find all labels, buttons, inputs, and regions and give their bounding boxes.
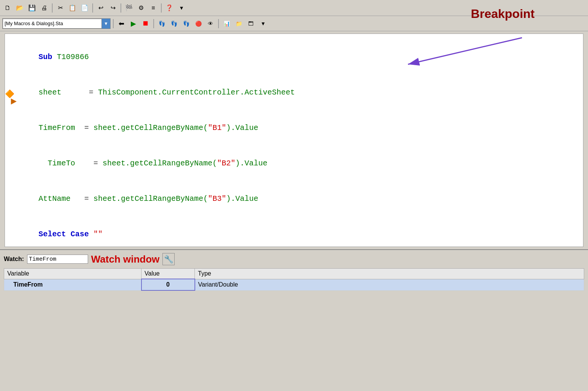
indent-btn[interactable]: ≡ xyxy=(148,3,159,13)
step-out-btn[interactable]: 👣 xyxy=(181,18,191,29)
sep6 xyxy=(153,19,154,28)
cell-variable: TimeFrom xyxy=(4,279,141,290)
sep1 xyxy=(52,3,53,13)
col-value: Value xyxy=(141,269,195,279)
watch-header: Watch: Watch window 🔧 xyxy=(4,253,584,265)
cut-btn[interactable]: ✂ xyxy=(55,3,66,13)
sep5 xyxy=(113,19,114,28)
macro-select-arrow[interactable]: ▼ xyxy=(102,19,110,29)
watch-area: Watch: Watch window 🔧 Variable Value Typ… xyxy=(0,249,588,294)
sep3 xyxy=(120,3,121,13)
modules-btn[interactable]: 📁 xyxy=(233,18,244,29)
col-type: Type xyxy=(195,269,584,279)
locals-btn[interactable]: 📊 xyxy=(221,18,232,29)
run-btn[interactable]: ▶ xyxy=(128,18,139,29)
code-line-2: sheet = ThisComponent.CurrentController.… xyxy=(11,75,577,110)
cell-value: 0 xyxy=(141,279,195,290)
execution-arrow-icon: 🔶 xyxy=(5,88,14,100)
sep7 xyxy=(218,19,219,28)
step-over-btn[interactable]: 👣 xyxy=(169,18,179,29)
macro-btn[interactable]: 🏁 xyxy=(124,3,134,13)
redo-btn[interactable]: ↪ xyxy=(108,3,118,13)
watch-close-btn[interactable]: 🔧 xyxy=(162,253,175,265)
toolbar-top: 🗋 📂 💾 🖨 ✂ 📋 📄 ↩ ↪ 🏁 ⚙ ≡ ❓ ▾ Breakpoint xyxy=(0,0,588,16)
undo-btn[interactable]: ↩ xyxy=(95,3,106,13)
watch-input[interactable] xyxy=(27,255,88,264)
new-doc-btn[interactable]: 🗋 xyxy=(2,3,13,13)
stop-btn[interactable]: ⏹ xyxy=(140,18,151,29)
breakpoint-toggle-btn[interactable]: 🔴 xyxy=(193,18,204,29)
code-line-6: Select Case "" xyxy=(11,216,577,247)
cell-type: Variant/Double xyxy=(195,279,584,290)
more-btn2[interactable]: ▾ xyxy=(258,18,268,29)
watch-window-annotation: Watch window xyxy=(91,253,160,265)
sep2 xyxy=(92,3,93,13)
watch-label: Watch: xyxy=(4,256,24,263)
help-btn[interactable]: ❓ xyxy=(164,3,175,13)
save-btn[interactable]: 💾 xyxy=(27,3,37,13)
code-editor[interactable]: 🔶 Sub T109866 sheet = ThisComponent.Curr… xyxy=(5,34,583,247)
breakpoint-annotation-label: Breakpoint xyxy=(471,7,535,21)
watch-var-btn[interactable]: 👁 xyxy=(205,18,216,29)
code-line-1: Sub T109866 xyxy=(11,39,577,75)
dialogs-btn[interactable]: 🗔 xyxy=(246,18,256,29)
code-line-5: AttName = sheet.getCellRangeByName("B3")… xyxy=(11,181,577,216)
more-btn[interactable]: ▾ xyxy=(176,3,187,13)
macro-select-text: [My Macros & Dialogs].Sta xyxy=(5,21,63,26)
print-btn[interactable]: 🖨 xyxy=(39,3,50,13)
code-line-4: TimeTo = sheet.getCellRangeByName("B2").… xyxy=(11,146,577,181)
macro-select[interactable]: [My Macros & Dialogs].Sta xyxy=(3,19,102,29)
copy-btn[interactable]: 📋 xyxy=(67,3,78,13)
code-line-3: TimeFrom = sheet.getCellRangeByName("B1"… xyxy=(11,110,577,146)
col-variable: Variable xyxy=(4,269,141,279)
watch-table: Variable Value Type TimeFrom 0 Variant/D… xyxy=(4,268,584,291)
settings-btn[interactable]: ⚙ xyxy=(136,3,146,13)
open-btn[interactable]: 📂 xyxy=(14,3,25,13)
table-row: TimeFrom 0 Variant/Double xyxy=(4,279,584,290)
sep4 xyxy=(161,3,162,13)
step-into-btn[interactable]: 👣 xyxy=(156,18,167,29)
back-btn[interactable]: ⬅ xyxy=(116,18,127,29)
paste-btn[interactable]: 📄 xyxy=(79,3,90,13)
